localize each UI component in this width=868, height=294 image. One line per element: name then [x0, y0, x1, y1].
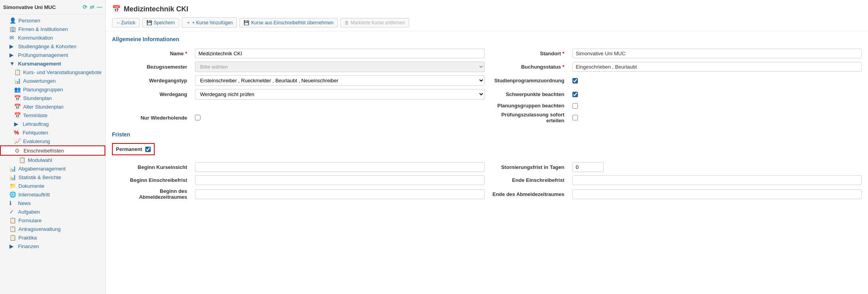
beginn-kurseinsicht-input[interactable] — [195, 162, 485, 172]
fristen-form: Beginn Kurseinsicht Stornierungsfrist in… — [112, 162, 862, 200]
sidebar-item-terminliste[interactable]: 📅 Terminliste — [0, 111, 105, 120]
sidebar-item-modulwahl[interactable]: 📋 Modulwahl — [0, 156, 105, 164]
ende-abmeldezeitraum-field — [572, 189, 862, 199]
sidebar-item-label: Alter Stundenplan — [23, 104, 63, 110]
beginn-einschreibefrist-field — [195, 175, 485, 185]
standort-value: Simonvative Uni MUC — [572, 49, 862, 58]
ende-abmeldezeitraum-input[interactable] — [572, 189, 862, 199]
sidebar-item-abgabemanagement[interactable]: 📊 Abgabemanagement — [0, 164, 105, 173]
ende-abmeldezeitraum-label: Ende des Abmeldezeitraumes — [489, 191, 568, 197]
sidebar-item-kommunikation[interactable]: ✉ Kommunikation — [0, 33, 105, 42]
sidebar-item-studiengaenge[interactable]: ▶ Studiengänge & Kohorten — [0, 42, 105, 51]
sidebar-item-evaluierung[interactable]: 📈 Evaluierung — [0, 137, 105, 145]
chevron-right-icon: ▶ — [9, 43, 16, 49]
sidebar-item-label: Aufgaben — [18, 209, 40, 215]
sidebar-item-antragsverwaltung[interactable]: 📋 Antragsverwaltung — [0, 225, 105, 233]
sidebar-item-fehlquoten[interactable]: % Fehlquoten — [0, 128, 105, 137]
sidebar-item-internetauftritt[interactable]: 🌐 Internetauftritt — [0, 190, 105, 199]
sidebar-item-auswertungen[interactable]: 📊 Auswertungen — [0, 76, 105, 85]
ende-einschreibefrist-input[interactable] — [572, 175, 862, 185]
page-title: 📅 Medizintechnik CKI — [112, 5, 862, 13]
bezugssemester-select[interactable]: Bitte wählen — [195, 62, 485, 72]
sidebar-item-praktika[interactable]: 📋 Praktika — [0, 233, 105, 242]
antrag-icon: 📋 — [9, 226, 16, 232]
sidebar-item-personen[interactable]: 👤 Personen — [0, 16, 105, 25]
sidebar-item-label: Planungsgruppen — [23, 87, 63, 93]
name-field-wrapper — [195, 49, 485, 58]
sidebar-item-firmen[interactable]: 🏢 Firmen & Institutionen — [0, 25, 105, 33]
back-button[interactable]: ← Zurück — [112, 18, 140, 27]
add-courses-button[interactable]: ＋ + Kurse hinzufügen — [182, 17, 237, 28]
werdegang-select[interactable]: Werdegang nicht prüfen — [195, 89, 485, 100]
folder-icon: 📁 — [9, 183, 16, 189]
sidebar-item-kurs-veranstaltung[interactable]: 📋 Kurs- und Veranstaltungsangebote — [0, 68, 105, 76]
globe-icon: 🌐 — [9, 191, 16, 198]
sidebar-app-title: Simonvative Uni MUC — [3, 4, 56, 10]
werdegangstyp-select[interactable]: Ersteinschreiber , Rueckmelder , Beurlau… — [195, 75, 485, 86]
nur-wiederholende-label: Nur Wiederholende — [112, 115, 190, 121]
studienprogramm-label: Studienprogrammzuordnung — [489, 78, 568, 83]
permanent-checkbox[interactable] — [145, 147, 151, 152]
save-button[interactable]: 💾 Speichern — [142, 18, 179, 27]
sync-icon[interactable]: ⇄ — [90, 4, 94, 10]
bezugssemester-field-wrapper: Bitte wählen — [195, 62, 485, 72]
sidebar-item-label: Kommunikation — [18, 35, 53, 41]
check-icon: ✓ — [9, 209, 16, 215]
add-icon: ＋ — [186, 19, 191, 26]
sidebar-item-pruefungsmanagement[interactable]: ▶ Prüfungsmanagement — [0, 51, 105, 59]
sidebar-item-alter-stundenplan[interactable]: 📅 Alter Stundenplan — [0, 102, 105, 111]
list-icon: 📋 — [14, 69, 21, 75]
refresh-icon[interactable]: ⟳ — [83, 4, 87, 10]
group-icon: 👥 — [14, 86, 21, 93]
planungsgruppen-label: Planungsgruppen beachten — [489, 103, 568, 109]
main-content: 📅 Medizintechnik CKI ← Zurück 💾 Speicher… — [106, 0, 868, 294]
sidebar-item-aufgaben[interactable]: ✓ Aufgaben — [0, 207, 105, 216]
sidebar-item-einschreibefristen[interactable]: ⊙ Einschreibefristen — [0, 145, 105, 156]
terminliste-icon: 📅 — [14, 112, 21, 118]
schwerpunkte-checkbox[interactable] — [572, 92, 578, 97]
sidebar-item-label: Stundenplan — [23, 95, 52, 101]
sidebar-item-label: Formulare — [18, 218, 42, 223]
clock-icon: ⊙ — [15, 147, 21, 154]
stornierungsfrist-input[interactable] — [572, 162, 604, 172]
studienprogramm-checkbox[interactable] — [572, 78, 578, 83]
beginn-einschreibefrist-input[interactable] — [195, 175, 485, 185]
sidebar-item-label: News — [18, 200, 31, 206]
sidebar-item-kursmanagement[interactable]: ▼ Kursmanagement — [0, 59, 105, 68]
fristen-title: Fristen — [112, 131, 862, 139]
pruefungszulassung-checkbox[interactable] — [572, 115, 578, 120]
sidebar-item-lehrauftrag[interactable]: ▶ Lehrauftrag — [0, 120, 105, 128]
sidebar-item-finanzen[interactable]: ▶ Finanzen — [0, 242, 105, 250]
pruefungszulassung-field-wrapper — [572, 115, 862, 120]
page-title-icon: 📅 — [112, 5, 121, 13]
sidebar-item-label: Prüfungsmanagement — [18, 52, 68, 58]
planungsgruppen-field-wrapper — [572, 103, 862, 109]
adopt-icon: 💾 — [244, 20, 249, 25]
stornierungsfrist-label: Stornierungsfrist in Tagen — [489, 164, 568, 170]
adopt-courses-button[interactable]: 💾 Kurse aus Einschreibefrist übernehmen — [239, 18, 337, 27]
sidebar-item-formulare[interactable]: 📋 Formulare — [0, 216, 105, 225]
sidebar-item-stundenplan[interactable]: 📅 Stundenplan — [0, 94, 105, 102]
nur-wiederholende-checkbox[interactable] — [195, 115, 200, 120]
sidebar-item-label: Abgabemanagement — [18, 166, 66, 172]
planungsgruppen-checkbox[interactable] — [572, 103, 578, 109]
sidebar-item-planungsgruppen[interactable]: 👥 Planungsgruppen — [0, 85, 105, 94]
name-input[interactable] — [195, 49, 485, 58]
sidebar-item-label: Dokumente — [18, 183, 44, 189]
beginn-abmeldezeitraum-input[interactable] — [195, 189, 485, 199]
remove-courses-button[interactable]: 🗑 Markierte Kurse entfernen — [340, 18, 410, 27]
firmen-icon: 🏢 — [9, 26, 16, 32]
remove-icon: 🗑 — [345, 20, 349, 25]
sidebar-item-dokumente[interactable]: 📁 Dokumente — [0, 181, 105, 190]
bezugssemester-label: Bezugssemester — [112, 64, 190, 70]
beginn-einschreibefrist-label: Beginn Einschreibefrist — [112, 177, 190, 183]
beginn-kurseinsicht-field — [195, 162, 485, 172]
sidebar-item-label: Kurs- und Veranstaltungsangebote — [23, 69, 101, 75]
kommunikation-icon: ✉ — [9, 34, 16, 41]
sidebar-item-label: Fehlquoten — [23, 130, 48, 136]
minus-icon[interactable]: — — [97, 4, 102, 10]
permanent-label: Permanent — [116, 146, 142, 152]
sidebar-item-news[interactable]: ℹ News — [0, 199, 105, 207]
sidebar-item-label: Antragsverwaltung — [18, 226, 61, 232]
sidebar-item-statistik[interactable]: 📊 Statistik & Berichte — [0, 173, 105, 181]
